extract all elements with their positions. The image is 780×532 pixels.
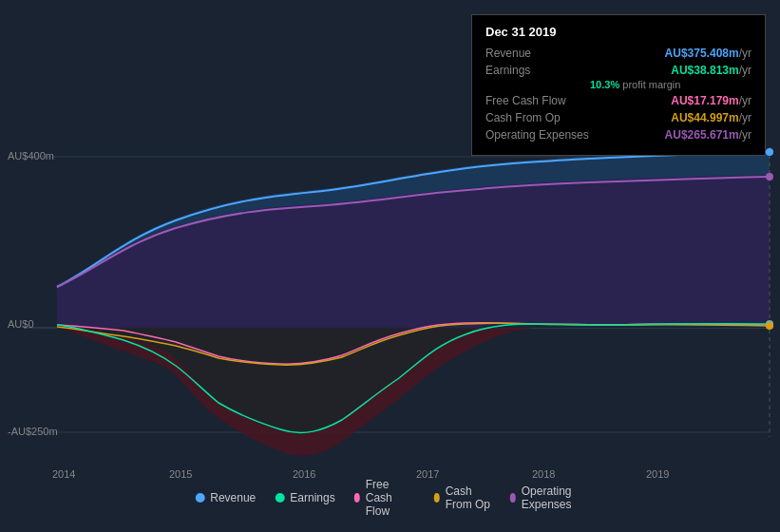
x-label-2014: 2014 xyxy=(52,468,75,480)
legend-item-fcf[interactable]: Free Cash Flow xyxy=(354,478,415,518)
tooltip-row-opex: Operating Expenses AU$265.671m/yr xyxy=(485,128,751,142)
tooltip: Dec 31 2019 Revenue AU$375.408m/yr Earni… xyxy=(471,14,766,156)
tooltip-row-cashfromop: Cash From Op AU$44.997m/yr xyxy=(485,111,751,124)
legend-label-opex: Operating Expenses xyxy=(522,484,585,511)
tooltip-label-revenue: Revenue xyxy=(485,47,590,60)
tooltip-title: Dec 31 2019 xyxy=(485,25,751,39)
legend-item-cashfromop[interactable]: Cash From Op xyxy=(434,484,491,511)
svg-point-6 xyxy=(766,173,773,180)
legend-dot-fcf xyxy=(354,493,360,503)
tooltip-sub-earnings: 10.3% profit margin xyxy=(590,79,751,90)
legend-label-fcf: Free Cash Flow xyxy=(366,478,415,518)
tooltip-row-fcf: Free Cash Flow AU$17.179m/yr xyxy=(485,94,751,107)
tooltip-value-fcf: AU$17.179m/yr xyxy=(671,94,751,107)
x-label-2015: 2015 xyxy=(169,468,192,480)
tooltip-label-opex: Operating Expenses xyxy=(485,128,590,142)
legend-label-revenue: Revenue xyxy=(210,491,256,504)
legend-dot-opex xyxy=(510,493,516,503)
tooltip-value-revenue: AU$375.408m/yr xyxy=(665,47,751,60)
svg-point-5 xyxy=(766,148,773,156)
legend-item-earnings[interactable]: Earnings xyxy=(275,491,334,504)
legend-dot-revenue xyxy=(195,493,204,503)
svg-point-9 xyxy=(766,322,773,330)
tooltip-label-cashfromop: Cash From Op xyxy=(485,111,590,124)
tooltip-value-earnings: AU$38.813m/yr xyxy=(671,64,751,77)
tooltip-label-fcf: Free Cash Flow xyxy=(485,94,590,107)
legend-dot-cashfromop xyxy=(434,493,440,503)
tooltip-row-earnings: Earnings AU$38.813m/yr xyxy=(485,64,751,77)
chart-container: AU$400m AU$0 -AU$250m 2014 2015 2016 201… xyxy=(0,0,780,532)
legend-item-opex[interactable]: Operating Expenses xyxy=(510,484,585,511)
legend-dot-earnings xyxy=(275,493,284,503)
tooltip-value-opex: AU$265.671m/yr xyxy=(665,128,751,142)
y-label-bottom: -AU$250m xyxy=(8,426,58,437)
legend: Revenue Earnings Free Cash Flow Cash Fro… xyxy=(195,478,585,518)
tooltip-row-revenue: Revenue AU$375.408m/yr xyxy=(485,47,751,60)
tooltip-label-earnings: Earnings xyxy=(485,64,590,77)
tooltip-value-cashfromop: AU$44.997m/yr xyxy=(671,111,751,124)
legend-label-earnings: Earnings xyxy=(290,491,334,504)
x-label-2019: 2019 xyxy=(646,468,669,480)
legend-item-revenue[interactable]: Revenue xyxy=(195,491,256,504)
y-label-top: AU$400m xyxy=(8,150,54,162)
y-label-mid: AU$0 xyxy=(8,318,34,330)
legend-label-cashfromop: Cash From Op xyxy=(446,484,491,511)
